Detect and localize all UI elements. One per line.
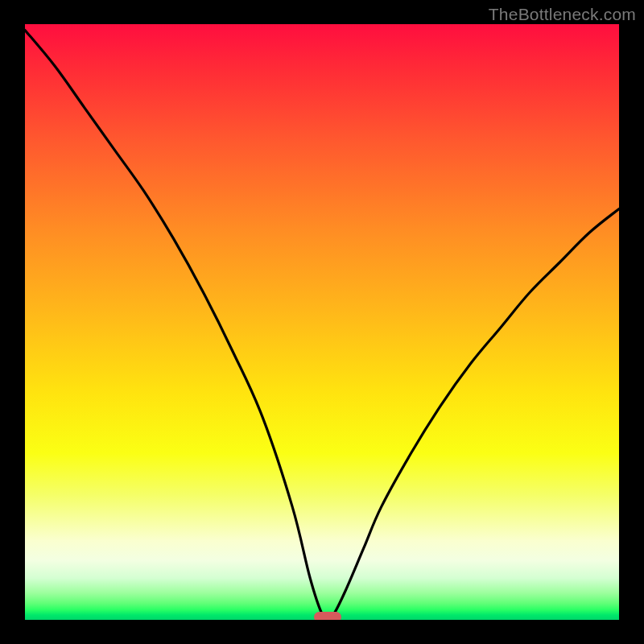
plot-area: [25, 24, 619, 620]
min-marker: [314, 612, 341, 620]
bottleneck-curve: [25, 24, 619, 620]
chart-frame: TheBottleneck.com: [0, 0, 644, 644]
watermark-text: TheBottleneck.com: [489, 5, 636, 24]
